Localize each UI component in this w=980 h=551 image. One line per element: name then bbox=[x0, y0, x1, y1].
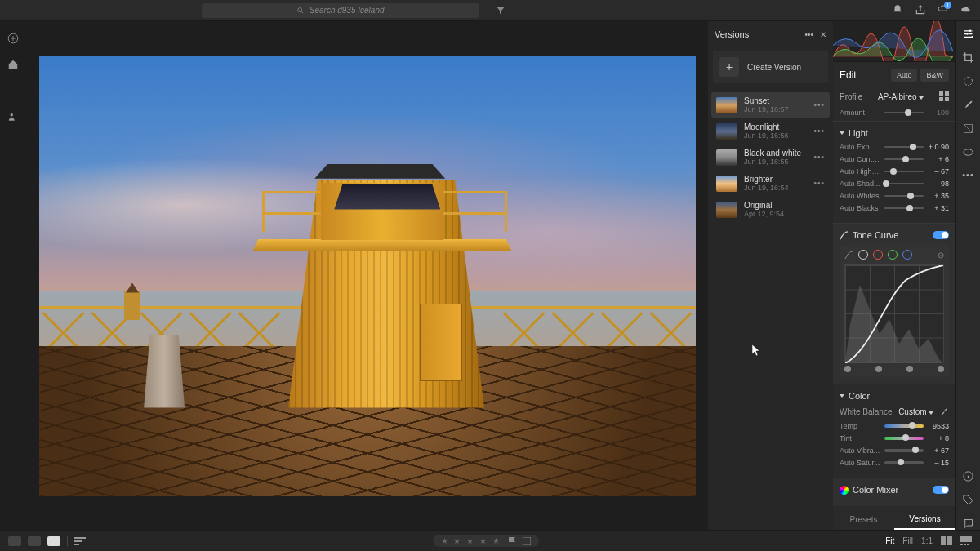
version-more-icon[interactable]: ••• bbox=[813, 100, 825, 109]
version-thumb bbox=[716, 176, 737, 192]
star-rating[interactable]: ★ ★ ★ ★ ★ bbox=[441, 536, 501, 545]
curve-target-icon[interactable]: ⊙ bbox=[938, 251, 944, 260]
amount-slider[interactable] bbox=[884, 112, 924, 113]
profile-selector[interactable]: AP-Albireo bbox=[878, 92, 924, 101]
slider[interactable] bbox=[884, 207, 924, 209]
histogram[interactable] bbox=[833, 21, 956, 62]
people-icon[interactable] bbox=[7, 111, 19, 122]
version-more-icon[interactable]: ••• bbox=[813, 127, 825, 136]
comments-icon[interactable] bbox=[962, 518, 974, 530]
close-icon[interactable]: ✕ bbox=[820, 30, 826, 39]
flag-icon[interactable] bbox=[508, 537, 516, 545]
curve-channel-green[interactable] bbox=[888, 250, 898, 260]
library-icon[interactable] bbox=[7, 85, 19, 96]
heal-icon[interactable] bbox=[962, 75, 974, 87]
zoom-fill[interactable]: Fill bbox=[902, 536, 913, 545]
color-section-header[interactable]: Color bbox=[840, 391, 949, 401]
left-rail bbox=[0, 21, 26, 530]
top-bar: Search d935 Iceland 1 bbox=[0, 0, 980, 21]
version-item[interactable]: SunsetJun 19, 16:57 ••• bbox=[711, 92, 830, 118]
curve-channel-red[interactable] bbox=[873, 250, 883, 260]
search-placeholder: Search d935 Iceland bbox=[310, 6, 385, 15]
sort-icon[interactable] bbox=[74, 537, 86, 545]
crop-icon[interactable] bbox=[962, 51, 974, 64]
reject-icon[interactable] bbox=[523, 537, 531, 545]
filter-icon[interactable] bbox=[496, 6, 506, 16]
svg-point-13 bbox=[964, 149, 973, 156]
curve-channel-blue[interactable] bbox=[902, 250, 912, 260]
create-version-button[interactable]: + Create Version bbox=[713, 51, 828, 83]
svg-rect-22 bbox=[960, 544, 963, 545]
cloud-sync-icon[interactable]: 1 bbox=[938, 4, 949, 17]
bw-button[interactable]: B&W bbox=[920, 69, 949, 82]
edit-title: Edit bbox=[840, 69, 857, 81]
version-item[interactable]: BrighterJun 19, 16:54 ••• bbox=[711, 171, 830, 196]
eyedropper-icon[interactable] bbox=[940, 407, 949, 416]
svg-line-1 bbox=[301, 11, 303, 13]
svg-point-0 bbox=[297, 7, 301, 11]
bell-icon[interactable] bbox=[892, 4, 903, 16]
light-section-header[interactable]: Light bbox=[840, 128, 949, 138]
view-grid-large[interactable] bbox=[28, 536, 41, 546]
svg-rect-23 bbox=[964, 544, 966, 545]
tab-presets[interactable]: Presets bbox=[833, 509, 894, 530]
zoom-fit[interactable]: Fit bbox=[885, 536, 894, 545]
curve-channel-luma[interactable] bbox=[858, 250, 868, 260]
zoom-1to1[interactable]: 1:1 bbox=[921, 536, 933, 545]
version-more-icon[interactable]: ••• bbox=[813, 153, 825, 162]
tags-icon[interactable] bbox=[962, 494, 974, 506]
tone-curve-editor[interactable] bbox=[844, 264, 944, 362]
svg-rect-17 bbox=[74, 544, 79, 545]
gradient-icon[interactable] bbox=[962, 122, 974, 135]
radial-icon[interactable] bbox=[962, 146, 974, 158]
add-icon[interactable] bbox=[7, 33, 19, 44]
color-wheel-icon bbox=[840, 486, 849, 495]
versions-panel: Versions ••• ✕ + Create Version SunsetJu… bbox=[708, 21, 833, 530]
filmstrip-icon[interactable] bbox=[960, 536, 972, 545]
tab-versions[interactable]: Versions bbox=[894, 509, 956, 530]
version-thumb bbox=[716, 202, 737, 218]
adjust-icon[interactable] bbox=[962, 28, 974, 40]
slider[interactable] bbox=[884, 171, 924, 172]
version-item[interactable]: MoonlightJun 19, 16:56 ••• bbox=[711, 118, 830, 144]
versions-title: Versions bbox=[715, 29, 749, 39]
tone-curve-toggle[interactable] bbox=[933, 231, 949, 239]
version-item[interactable]: Black and whiteJun 19, 16:55 ••• bbox=[711, 144, 830, 170]
info-icon[interactable] bbox=[962, 470, 974, 482]
compare-icon[interactable] bbox=[941, 536, 952, 545]
slider[interactable] bbox=[884, 183, 924, 184]
wb-selector[interactable]: Custom bbox=[898, 407, 933, 416]
curve-icon bbox=[840, 231, 849, 240]
more-tools-icon[interactable]: ••• bbox=[962, 170, 974, 180]
share-icon[interactable] bbox=[915, 4, 926, 16]
color-mixer-toggle[interactable] bbox=[933, 486, 949, 494]
auto-button[interactable]: Auto bbox=[891, 69, 918, 82]
photo-preview[interactable] bbox=[39, 56, 696, 496]
more-icon[interactable]: ••• bbox=[804, 30, 813, 39]
grid-icon[interactable] bbox=[939, 91, 949, 101]
parametric-curve-icon[interactable] bbox=[844, 251, 853, 260]
svg-point-10 bbox=[971, 36, 973, 38]
svg-rect-4 bbox=[939, 91, 943, 96]
cloud-icon[interactable] bbox=[960, 4, 972, 16]
right-tool-rail: ••• bbox=[956, 21, 980, 530]
brush-icon[interactable] bbox=[962, 99, 974, 111]
svg-rect-21 bbox=[960, 536, 972, 542]
svg-rect-20 bbox=[947, 536, 952, 545]
view-grid-small[interactable] bbox=[8, 536, 21, 546]
home-icon[interactable] bbox=[7, 59, 19, 70]
version-more-icon[interactable]: ••• bbox=[813, 179, 825, 188]
bottom-bar: ★ ★ ★ ★ ★ Fit Fill 1:1 bbox=[0, 530, 980, 551]
slider[interactable] bbox=[884, 158, 924, 160]
slider[interactable] bbox=[884, 424, 924, 428]
slider[interactable] bbox=[884, 195, 924, 197]
search-input[interactable]: Search d935 Iceland bbox=[202, 3, 479, 18]
slider[interactable] bbox=[884, 437, 924, 440]
version-thumb bbox=[716, 97, 737, 113]
slider[interactable] bbox=[884, 146, 924, 148]
version-item[interactable]: OriginalApr 12, 9:54 bbox=[711, 197, 830, 222]
slider[interactable] bbox=[884, 461, 924, 464]
view-single[interactable] bbox=[47, 536, 60, 546]
slider[interactable] bbox=[884, 449, 924, 452]
profile-label: Profile bbox=[840, 92, 862, 101]
